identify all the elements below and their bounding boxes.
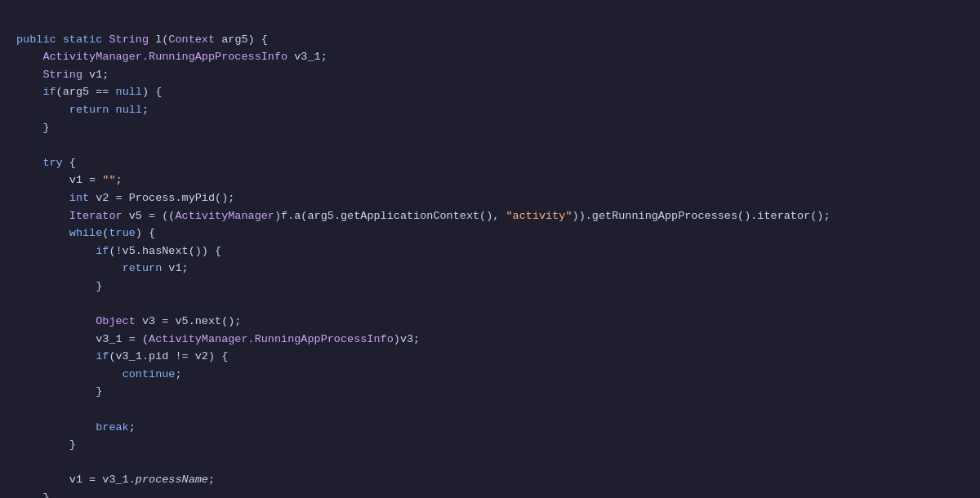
line-18: v3_1 = (ActivityManager.RunningAppProces… (16, 333, 420, 345)
line-6: } (16, 122, 50, 134)
line-11: Iterator v5 = ((ActivityManager)f.a(arg5… (16, 210, 830, 222)
line-5: return null; (16, 104, 149, 116)
line-26: v1 = v3_1.processName; (16, 474, 215, 486)
line-9: v1 = ""; (16, 174, 122, 186)
line-13: if(!v5.hasNext()) { (16, 245, 221, 257)
line-23: break; (16, 421, 136, 434)
line-3: String v1; (16, 69, 109, 81)
line-10: int v2 = Process.myPid(); (16, 192, 234, 204)
line-12: while(true) { (16, 227, 155, 239)
line-4: if(arg5 == null) { (16, 86, 162, 98)
line-17: Object v3 = v5.next(); (16, 315, 241, 327)
line-1: public static String l(Context arg5) { (16, 33, 268, 46)
line-19: if(v3_1.pid != v2) { (16, 350, 228, 362)
line-2: ActivityManager.RunningAppProcessInfo v3… (16, 51, 327, 63)
code-viewer: public static String l(Context arg5) { A… (16, 13, 964, 498)
line-27: } (16, 491, 50, 498)
line-14: return v1; (16, 262, 189, 274)
line-21: } (16, 385, 102, 398)
line-15: } (16, 280, 102, 292)
line-24: } (16, 438, 76, 451)
line-8: try { (16, 157, 76, 169)
line-20: continue; (16, 368, 182, 380)
